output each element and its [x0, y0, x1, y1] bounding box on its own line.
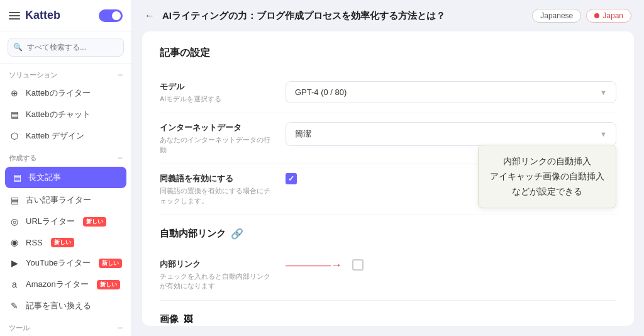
dropdown-arrow-model: ▼ [600, 89, 607, 96]
model-label-col: モデル AIモデルを選択する [160, 81, 273, 104]
sidebar-header: Katteb [0, 0, 131, 31]
internet-label: インターネットデータ [160, 122, 273, 133]
sidebar-item-katteb-chat[interactable]: ▤ Kattebのチャット [0, 104, 131, 125]
internal-link-desc: チェックを入れると自動内部リンクが有効になります [160, 272, 273, 291]
synonym-desc: 同義語の置換を有効にする場合にチェックします。 [160, 186, 273, 206]
article-icon: ▤ [11, 172, 23, 182]
sidebar-item-katteb-design[interactable]: ⬡ Katteb デザイン [0, 125, 131, 147]
synonym-label: 同義語を有効にする [160, 173, 273, 184]
back-button[interactable]: ← [145, 10, 155, 21]
plus-circle-icon: ⊕ [9, 88, 20, 98]
collapse-tools-icon[interactable]: − [118, 323, 123, 333]
search-box: 🔍 [0, 31, 131, 64]
auto-link-section: 自動内部リンク 🔗 [160, 228, 616, 240]
image-icon: 🖼 [184, 314, 192, 324]
auto-link-title: 自動内部リンク 🔗 [160, 228, 616, 240]
amazon-icon: a [9, 279, 20, 289]
image-title: 画像 🖼 [160, 313, 616, 325]
rewrite-icon: ✎ [9, 301, 20, 311]
new-badge-youtube: 新しい [99, 259, 122, 268]
arrow-annotation: ————→ [286, 259, 342, 272]
search-input[interactable] [8, 38, 124, 57]
synonym-label-col: 同義語を有効にする 同義語の置換を有効にする場合にチェックします。 [160, 173, 273, 206]
sidebar-item-amazon-writer[interactable]: a Amazonライター 新しい [0, 274, 131, 295]
collapse-solutions-icon[interactable]: − [118, 70, 123, 80]
sidebar-logo: Katteb [9, 9, 60, 22]
create-section-label: 作成する − [0, 147, 131, 165]
internet-control: 簡潔 ▼ [286, 122, 616, 146]
japan-badge[interactable]: Japan [586, 9, 631, 23]
sidebar-item-long-article[interactable]: ▤ 長文記事 [5, 167, 126, 188]
image-section: 画像 🖼 [160, 313, 616, 325]
toggle-button[interactable] [99, 9, 123, 22]
sidebar: Katteb 🔍 ソリューション − ⊕ Kattebのライター ▤ Katte… [0, 0, 132, 336]
internal-link-label: 内部リンク [160, 259, 273, 270]
internet-desc: あなたのインターネットデータの行動 [160, 135, 273, 155]
checkmark-icon: ✓ [288, 174, 294, 183]
model-control: GPT-4 (0 / 80) ▼ [286, 81, 616, 103]
internal-link-control: ————→ [286, 259, 616, 272]
sidebar-item-katteb-writer[interactable]: ⊕ Kattebのライター [0, 82, 131, 104]
tools-section-label: ツール − [0, 316, 131, 335]
collapse-create-icon[interactable]: − [118, 153, 123, 163]
rss-icon: ◉ [9, 237, 20, 247]
sidebar-item-youtube-writer[interactable]: ▶ YouTubeライター 新しい [0, 252, 131, 274]
sidebar-item-rss[interactable]: ◉ RSS 新しい [0, 232, 131, 252]
search-icon: 🔍 [13, 43, 23, 52]
chat-icon: ▤ [9, 109, 20, 120]
main-area: ← AIライティングの力：ブログ作成プロセスを効率化する方法とは？ Japane… [132, 0, 644, 336]
url-icon: ◎ [9, 216, 20, 227]
internet-label-col: インターネットデータ あなたのインターネットデータの行動 [160, 122, 273, 155]
model-label: モデル [160, 81, 273, 92]
new-badge-amazon: 新しい [97, 280, 120, 289]
internal-link-row: 内部リンク チェックを入れると自動内部リンクが有効になります ————→ [160, 250, 616, 301]
solutions-section-label: ソリューション − [0, 64, 131, 82]
new-badge-url: 新しい [83, 217, 106, 227]
new-badge-rss: 新しい [51, 238, 74, 247]
old-article-icon: ▤ [9, 195, 20, 205]
sidebar-item-url-writer[interactable]: ◎ URLライター 新しい [0, 211, 131, 232]
model-desc: AIモデルを選択する [160, 94, 273, 104]
internal-link-label-col: 内部リンク チェックを入れると自動内部リンクが有効になります [160, 259, 273, 291]
synonym-checkbox[interactable]: ✓ [286, 173, 297, 184]
logo-text: Katteb [25, 9, 60, 22]
design-icon: ⬡ [9, 131, 20, 141]
sidebar-item-rewrite[interactable]: ✎ 記事を言い換える [0, 295, 131, 316]
sidebar-item-old-writer[interactable]: ▤ 古い記事ライター [0, 189, 131, 211]
content-panel: 記事の設定 モデル AIモデルを選択する GPT-4 (0 / 80) ▼ イン… [142, 31, 634, 326]
model-dropdown[interactable]: GPT-4 (0 / 80) ▼ [286, 81, 616, 103]
internal-link-checkbox[interactable] [352, 259, 364, 271]
japanese-badge[interactable]: Japanese [532, 9, 581, 23]
tooltip-box: 内部リンクの自動挿入 アイキャッチ画像の自動挿入 などが設定できる [478, 145, 616, 208]
menu-icon[interactable] [9, 12, 20, 20]
dropdown-arrow-internet: ▼ [600, 130, 607, 138]
youtube-icon: ▶ [9, 258, 20, 268]
red-dot-icon [594, 13, 599, 18]
model-row: モデル AIモデルを選択する GPT-4 (0 / 80) ▼ [160, 72, 616, 113]
article-settings-title: 記事の設定 [160, 47, 616, 60]
internet-dropdown[interactable]: 簡潔 ▼ [286, 122, 616, 146]
lang-badges: Japanese Japan [532, 9, 631, 23]
top-bar: ← AIライティングの力：ブログ作成プロセスを効率化する方法とは？ Japane… [132, 0, 644, 31]
link-icon: 🔗 [231, 228, 243, 240]
search-wrapper: 🔍 [8, 38, 124, 57]
page-title: AIライティングの力：ブログ作成プロセスを効率化する方法とは？ [162, 10, 525, 22]
